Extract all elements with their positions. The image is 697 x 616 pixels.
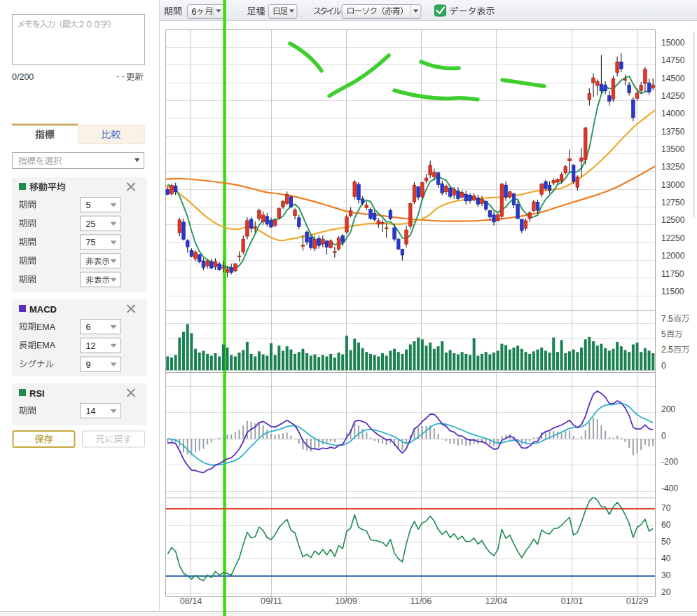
svg-text:5: 5 (86, 200, 91, 210)
svg-text:20: 20 (661, 587, 671, 597)
svg-text:09/11: 09/11 (261, 596, 282, 606)
svg-text:13000: 13000 (661, 180, 685, 190)
svg-text:12/04: 12/04 (485, 596, 508, 606)
svg-text:12750: 12750 (661, 198, 685, 207)
svg-text:-400: -400 (661, 484, 678, 493)
svg-text:11500: 11500 (661, 287, 684, 296)
svg-text:6: 6 (86, 322, 91, 332)
svg-text:RSI: RSI (29, 388, 45, 399)
svg-text:08/14: 08/14 (180, 596, 202, 606)
svg-text:0/200: 0/200 (12, 72, 34, 82)
svg-text:5: 5 (661, 329, 666, 339)
svg-text:50: 50 (661, 537, 671, 547)
svg-text:MACD: MACD (29, 304, 57, 315)
svg-text:14750: 14750 (661, 55, 685, 65)
svg-text:200: 200 (661, 404, 675, 414)
svg-text:11750: 11750 (661, 269, 684, 279)
svg-text:10/09: 10/09 (335, 596, 357, 606)
svg-text:13250: 13250 (661, 162, 685, 172)
svg-text:- -: - - (116, 71, 125, 81)
svg-text:2.5: 2.5 (661, 345, 673, 355)
svg-text:01/01: 01/01 (561, 596, 584, 606)
svg-text:12500: 12500 (661, 215, 685, 225)
svg-text:-200: -200 (661, 457, 678, 467)
svg-text:12250: 12250 (661, 233, 685, 243)
svg-text:25: 25 (86, 219, 96, 229)
svg-text:30: 30 (661, 570, 671, 580)
svg-text:75: 75 (86, 238, 96, 247)
svg-text:11/06: 11/06 (410, 596, 432, 606)
svg-text:14500: 14500 (661, 74, 685, 83)
svg-text:14000: 14000 (661, 109, 685, 118)
svg-text:70: 70 (661, 503, 671, 513)
svg-text:14: 14 (86, 406, 96, 416)
svg-text:9: 9 (86, 360, 91, 370)
svg-text:12000: 12000 (661, 251, 685, 261)
svg-text:0: 0 (661, 431, 666, 441)
svg-text:EMA: EMA (36, 341, 56, 350)
svg-text:7.5: 7.5 (661, 314, 673, 324)
svg-text:60: 60 (661, 520, 671, 530)
svg-text:12: 12 (86, 341, 96, 351)
svg-text:0: 0 (661, 361, 666, 371)
svg-text:6: 6 (192, 7, 197, 17)
svg-text:40: 40 (661, 554, 671, 563)
svg-text:01/29: 01/29 (626, 596, 649, 606)
svg-text:13750: 13750 (661, 127, 685, 137)
svg-text:15000: 15000 (661, 38, 685, 48)
svg-text:13500: 13500 (661, 144, 685, 154)
svg-text:EMA: EMA (36, 322, 56, 332)
svg-text:14250: 14250 (661, 91, 685, 101)
